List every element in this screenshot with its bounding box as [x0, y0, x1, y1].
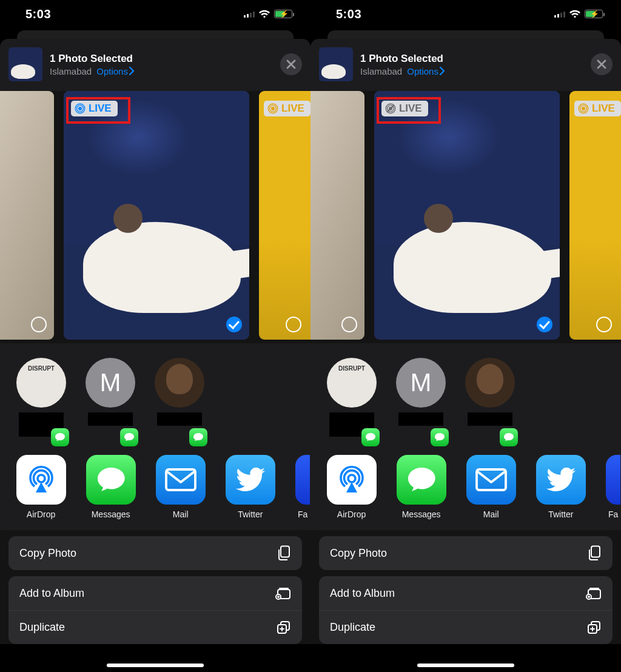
live-badge[interactable]: LIVE: [574, 101, 621, 116]
sheet-stack-hint: [310, 28, 621, 39]
messages-badge-icon: [51, 428, 69, 446]
share-sheet: 1 Photo Selected Islamabad Options: [310, 39, 621, 644]
selection-circle[interactable]: [596, 317, 612, 332]
photo-item[interactable]: [310, 91, 364, 340]
action-add-to-album[interactable]: Add to Album: [8, 576, 302, 610]
messages-badge-icon: [189, 428, 207, 446]
contact-suggestion[interactable]: M: [85, 358, 136, 444]
contact-suggestion[interactable]: [154, 358, 205, 444]
photo-item[interactable]: [0, 91, 54, 340]
app-icon: [606, 455, 620, 505]
contact-suggestion[interactable]: [326, 358, 377, 444]
messages-badge-icon: [361, 428, 380, 446]
svg-point-10: [38, 475, 45, 482]
photo-item-selected[interactable]: LIVE: [374, 91, 560, 340]
selection-circle[interactable]: [341, 317, 357, 332]
battery-icon: ⚡: [585, 10, 603, 18]
action-copy-photo[interactable]: Copy Photo: [319, 536, 613, 570]
action-add-to-album[interactable]: Add to Album: [319, 576, 613, 610]
selection-circle-checked[interactable]: [226, 317, 242, 332]
copy-icon: [587, 545, 602, 561]
photo-item[interactable]: LIVE: [569, 91, 621, 340]
home-indicator[interactable]: [417, 664, 514, 667]
avatar: [155, 358, 204, 408]
share-app-mail[interactable]: Mail: [155, 455, 206, 530]
avatar: [16, 358, 66, 408]
share-app-partial[interactable]: Fa: [295, 455, 310, 530]
live-badge[interactable]: LIVE: [71, 101, 118, 116]
selection-circle-checked[interactable]: [537, 317, 552, 332]
contact-suggestion[interactable]: [465, 358, 515, 444]
live-badge[interactable]: LIVE: [381, 101, 428, 116]
messages-badge-icon: [431, 428, 449, 446]
share-app-messages[interactable]: Messages: [86, 455, 136, 530]
action-list: Copy Photo Add to Album Duplicate: [0, 530, 310, 644]
album-icon: [586, 586, 602, 600]
airdrop-icon: [327, 455, 377, 505]
share-apps-row[interactable]: AirDrop Messages Mail: [310, 444, 621, 530]
action-list: Copy Photo Add to Album Duplicate: [310, 530, 621, 644]
live-badge[interactable]: LIVE: [264, 101, 310, 116]
home-indicator[interactable]: [107, 664, 204, 667]
share-apps-row[interactable]: AirDrop Messages Mail: [0, 444, 310, 530]
action-copy-photo[interactable]: Copy Photo: [8, 536, 302, 570]
share-sheet-screenshot: 5:03 ⚡ 1 Photo Selected Islamabad Opti: [0, 0, 310, 672]
action-duplicate[interactable]: Duplicate: [8, 610, 302, 644]
side-by-side-wrap: 5:03 ⚡ 1 Photo Selected Islamabad Opti: [0, 0, 621, 672]
avatar: M: [86, 358, 135, 408]
messages-icon: [397, 455, 446, 505]
svg-point-27: [348, 475, 355, 482]
contact-name-redacted: [468, 412, 512, 426]
photo-item-selected[interactable]: LIVE: [64, 91, 249, 340]
close-button[interactable]: [280, 53, 302, 75]
contact-name-redacted: [398, 412, 443, 426]
selection-circle[interactable]: [286, 317, 301, 332]
photo-carousel[interactable]: LIVE LIVE: [0, 91, 310, 343]
options-button[interactable]: Options: [407, 66, 445, 76]
wifi-icon: [569, 10, 581, 18]
messages-badge-icon: [500, 428, 518, 446]
share-app-mail[interactable]: Mail: [466, 455, 516, 530]
photo-item[interactable]: LIVE: [259, 91, 310, 340]
svg-rect-29: [591, 546, 600, 557]
contact-suggestion[interactable]: [16, 358, 67, 444]
contact-suggestion[interactable]: M: [395, 358, 446, 444]
share-app-messages[interactable]: Messages: [396, 455, 446, 530]
action-duplicate[interactable]: Duplicate: [319, 610, 613, 644]
avatar: [327, 358, 377, 408]
svg-rect-28: [477, 469, 506, 490]
share-sheet: 1 Photo Selected Islamabad Options: [0, 39, 310, 644]
svg-point-24: [582, 107, 585, 110]
status-right: ⚡: [244, 10, 292, 18]
duplicate-icon: [277, 620, 291, 635]
svg-point-7: [271, 107, 275, 110]
status-bar: 5:03 ⚡: [310, 0, 621, 28]
photo-carousel[interactable]: LIVE LIVE: [310, 91, 621, 343]
selected-photo-thumb[interactable]: [319, 47, 353, 81]
duplicate-icon: [587, 620, 602, 635]
cellular-icon: [554, 10, 565, 18]
share-app-airdrop[interactable]: AirDrop: [326, 455, 377, 530]
share-sheet-header: 1 Photo Selected Islamabad Options: [0, 47, 310, 91]
suggested-contacts[interactable]: M: [0, 343, 310, 444]
sheet-stack-hint: [0, 28, 310, 39]
suggested-contacts[interactable]: M: [310, 343, 621, 444]
status-bar: 5:03 ⚡: [0, 0, 310, 28]
selection-title: 1 Photo Selected: [360, 53, 591, 65]
share-sheet-screenshot: 5:03 ⚡ 1 Photo Selected Islamabad Opti: [310, 0, 621, 672]
album-icon: [275, 586, 291, 600]
close-button[interactable]: [591, 53, 613, 75]
svg-rect-11: [166, 469, 195, 490]
share-app-partial[interactable]: Fa: [605, 455, 621, 530]
selection-circle[interactable]: [31, 317, 47, 332]
status-time: 5:03: [336, 7, 361, 21]
twitter-icon: [536, 455, 586, 505]
share-app-twitter[interactable]: Twitter: [535, 455, 586, 530]
selected-photo-thumb[interactable]: [8, 47, 42, 81]
share-sheet-header: 1 Photo Selected Islamabad Options: [310, 47, 621, 91]
share-app-twitter[interactable]: Twitter: [225, 455, 275, 530]
options-button[interactable]: Options: [96, 66, 135, 76]
selection-location: Islamabad: [50, 66, 92, 76]
svg-rect-12: [281, 546, 289, 557]
share-app-airdrop[interactable]: AirDrop: [16, 455, 66, 530]
